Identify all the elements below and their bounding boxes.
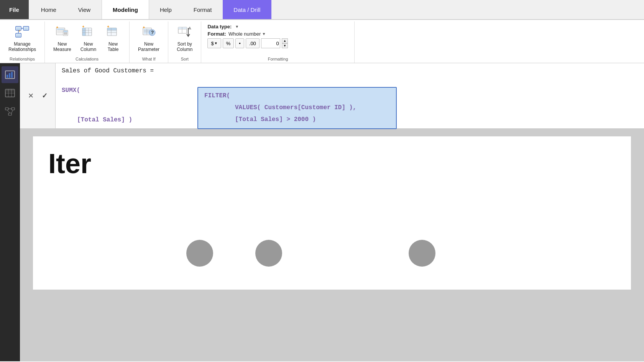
circle-decoration-1 (186, 240, 213, 267)
new-table-button[interactable]: ✦ New Table (102, 23, 125, 55)
svg-text:✦: ✦ (82, 25, 85, 29)
slide-page: Iter (33, 136, 631, 290)
formula-bar-actions: ✕ ✓ (20, 63, 56, 128)
svg-point-20 (66, 33, 67, 33)
sidebar-report-icon[interactable] (2, 66, 18, 83)
calculations-section-label: Calculations (76, 55, 99, 63)
popup-line2: VALUES( Customers[Customer ID] ), (198, 102, 396, 114)
svg-point-23 (66, 34, 67, 34)
format-label: Format: (207, 31, 226, 37)
percent-button[interactable]: % (223, 38, 234, 48)
tab-view[interactable]: View (67, 0, 102, 19)
percent-label: % (226, 41, 231, 46)
new-measure-button[interactable]: ✦ New Measure (49, 23, 75, 55)
ribbon-section-sort: Sort by Column Sort (168, 21, 201, 63)
svg-point-22 (65, 34, 66, 34)
new-table-label: New Table (108, 41, 119, 52)
slide-title: Iter (48, 148, 616, 179)
svg-rect-67 (8, 113, 12, 115)
svg-rect-59 (11, 72, 13, 78)
svg-rect-15 (57, 33, 64, 33)
decimal-button[interactable]: .00 (246, 38, 260, 48)
popup-line1: FILTER( (198, 90, 396, 102)
circle-decoration-3 (409, 240, 435, 267)
circle-decoration-2 (255, 240, 282, 267)
format-arrow: ▼ (262, 32, 266, 36)
format-value: Whole number (228, 31, 261, 37)
svg-rect-17 (64, 31, 67, 32)
sort-by-column-label: Sort by Column (177, 41, 192, 52)
formatting-section-label: Formatting (207, 55, 348, 63)
svg-text:✦: ✦ (142, 25, 145, 29)
content-panel: ✕ ✓ Sales of Good Customers = SUMX( FILT… (20, 63, 644, 361)
new-measure-icon: ✦ (54, 25, 70, 40)
svg-text:✦: ✦ (107, 25, 110, 29)
svg-rect-14 (57, 31, 64, 32)
manage-relationships-button[interactable]: ✦ ✦ ✦ Manage Relationships (5, 23, 40, 55)
svg-rect-51 (178, 27, 187, 29)
main-area: ✕ ✓ Sales of Good Customers = SUMX( FILT… (0, 63, 644, 361)
svg-rect-3 (24, 27, 28, 30)
svg-rect-61 (5, 89, 15, 92)
svg-rect-58 (9, 73, 10, 78)
svg-rect-13 (57, 30, 64, 31)
formula-confirm-button[interactable]: ✓ (38, 90, 51, 102)
formula-bar: ✕ ✓ Sales of Good Customers = SUMX( FILT… (20, 63, 644, 129)
new-parameter-button[interactable]: ? ✦ New Parameter (134, 23, 163, 55)
formula-cancel-button[interactable]: ✕ (25, 90, 37, 102)
tab-help[interactable]: Help (149, 0, 183, 19)
currency-arrow: ▼ (214, 41, 218, 45)
ribbon-section-whatif: ? ✦ New Parameter What If (130, 21, 168, 63)
sidebar-model-icon[interactable] (2, 103, 18, 120)
sort-section-label: Sort (181, 55, 189, 63)
svg-line-70 (12, 110, 13, 113)
format-dropdown[interactable]: Whole number ▼ (228, 31, 266, 37)
svg-point-18 (64, 33, 65, 33)
svg-text:✦: ✦ (18, 25, 21, 26)
relationships-section-label: Relationships (10, 55, 35, 63)
svg-point-19 (65, 33, 66, 33)
svg-rect-66 (12, 108, 15, 110)
tab-data-drill[interactable]: Data / Drill (223, 0, 271, 19)
formula-content[interactable]: Sales of Good Customers = SUMX( FILTER( … (56, 63, 644, 128)
svg-rect-65 (5, 108, 8, 110)
comma-button[interactable]: • (235, 38, 244, 48)
currency-label: $ (211, 41, 214, 46)
tab-home[interactable]: Home (30, 0, 67, 19)
ribbon: ✦ ✦ ✦ Manage Relationships Relationships (0, 20, 644, 63)
format-number-row: $ ▼ % • .00 ▲ ▼ (207, 38, 348, 48)
ribbon-section-formatting: Data type: ▼ Format: Whole number ▼ $ ▼ … (201, 21, 355, 63)
new-column-button[interactable]: ✦ New Column (77, 23, 100, 55)
sidebar-data-icon[interactable] (2, 85, 18, 102)
new-parameter-icon: ? ✦ (141, 25, 156, 40)
data-type-arrow: ▼ (235, 25, 239, 29)
ribbon-section-calculations: ✦ New Measure (45, 21, 130, 63)
spinner-up[interactable]: ▲ (282, 38, 288, 43)
format-row: Format: Whole number ▼ (207, 31, 348, 37)
spinner-down[interactable]: ▼ (282, 43, 288, 48)
calculations-buttons: ✦ New Measure (49, 23, 125, 55)
svg-point-21 (64, 34, 65, 34)
data-type-row: Data type: ▼ (207, 24, 348, 29)
number-input[interactable] (261, 38, 280, 48)
currency-button[interactable]: $ ▼ (207, 38, 221, 48)
data-type-dropdown[interactable]: ▼ (234, 25, 239, 29)
manage-relationships-label: Manage Relationships (8, 41, 36, 52)
popup-line3: [Total Sales] > 2000 ) (198, 114, 396, 126)
whatif-section-label: What If (142, 55, 156, 63)
tab-file[interactable]: File (0, 0, 29, 19)
sidebar-icons (0, 63, 20, 361)
new-parameter-label: New Parameter (138, 41, 159, 52)
tab-format[interactable]: Format (183, 0, 223, 19)
svg-rect-5 (16, 34, 20, 37)
decimal-label: .00 (249, 41, 256, 46)
number-spinner[interactable]: ▲ ▼ (282, 38, 288, 48)
formula-name-line: Sales of Good Customers = (62, 66, 638, 76)
svg-rect-57 (7, 75, 8, 78)
svg-text:✦: ✦ (26, 25, 29, 26)
svg-rect-36 (107, 30, 117, 33)
tab-modeling[interactable]: Modeling (102, 0, 149, 19)
sort-by-column-button[interactable]: Sort by Column (173, 23, 196, 55)
svg-line-69 (7, 110, 10, 113)
data-type-label: Data type: (207, 24, 232, 29)
